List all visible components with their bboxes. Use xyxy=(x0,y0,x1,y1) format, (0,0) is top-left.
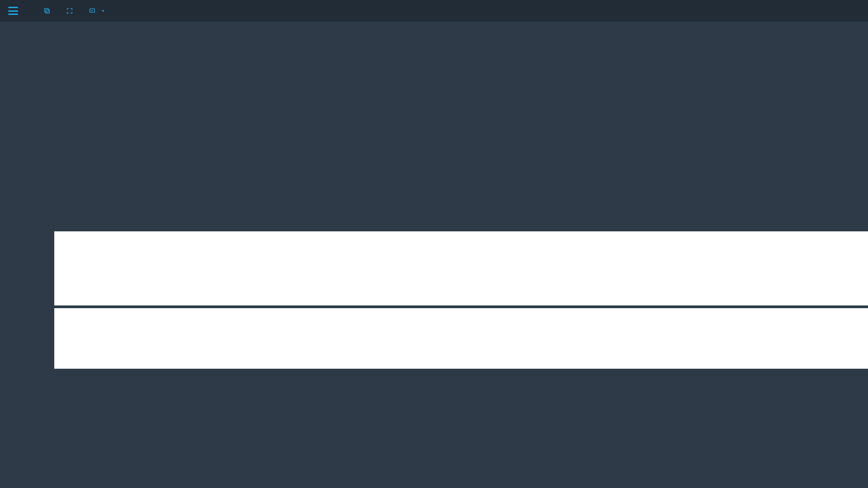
row-channels xyxy=(54,231,868,305)
row-label-goals xyxy=(0,33,54,55)
row-label-channels xyxy=(0,232,54,305)
row-experience xyxy=(54,308,868,369)
row-label-experience xyxy=(0,309,54,368)
channels-diagram xyxy=(54,231,660,305)
fullscreen-icon xyxy=(66,7,73,14)
svg-rect-1 xyxy=(45,9,48,12)
chevron-down-icon: ▼ xyxy=(101,9,105,13)
copy-icon xyxy=(43,7,51,14)
app-header: ▼ xyxy=(0,0,868,22)
journey-canvas xyxy=(0,22,868,488)
svg-rect-0 xyxy=(46,9,49,13)
copy-button[interactable] xyxy=(43,7,53,14)
row-label-quotes xyxy=(0,59,54,85)
fullscreen-button[interactable] xyxy=(66,7,76,14)
stage-header-row xyxy=(54,22,868,33)
export-icon xyxy=(89,7,96,14)
row-label-process xyxy=(0,183,54,230)
export-button[interactable]: ▼ xyxy=(89,7,105,14)
menu-icon[interactable] xyxy=(8,7,18,15)
row-label-images xyxy=(0,89,54,153)
experience-chart xyxy=(54,308,660,369)
row-label-expect xyxy=(0,155,54,181)
